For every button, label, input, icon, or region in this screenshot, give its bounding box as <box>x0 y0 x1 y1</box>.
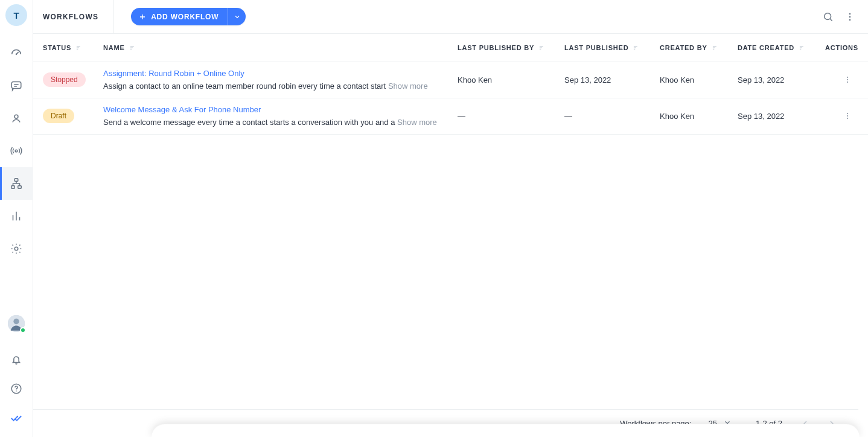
cell-last-published-by: Khoo Ken <box>458 75 564 85</box>
show-more-link[interactable]: Show more <box>388 81 428 91</box>
current-user-avatar[interactable] <box>8 315 25 332</box>
nav-inbox[interactable] <box>0 69 33 102</box>
svg-rect-6 <box>18 186 22 189</box>
th-status-label: STATUS <box>43 44 71 51</box>
svg-point-12 <box>825 13 831 19</box>
th-last-published[interactable]: LAST PUBLISHED <box>564 43 660 52</box>
th-name[interactable]: NAME <box>103 43 458 52</box>
svg-point-21 <box>847 118 848 119</box>
svg-rect-4 <box>14 179 18 182</box>
left-nav-rail: T <box>0 0 33 437</box>
nav-settings[interactable] <box>0 232 33 265</box>
user-icon <box>10 112 23 125</box>
svg-rect-1 <box>11 82 21 89</box>
svg-point-7 <box>14 247 18 250</box>
svg-point-11 <box>16 391 17 392</box>
plus-icon <box>138 13 147 21</box>
status-badge: Stopped <box>43 72 86 87</box>
cell-name: Assignment: Round Robin + Online Only As… <box>103 68 458 91</box>
cell-last-published-by: — <box>458 112 564 121</box>
svg-point-9 <box>13 319 19 324</box>
search-icon <box>822 11 834 23</box>
add-workflow-label: ADD WORKFLOW <box>151 13 219 21</box>
th-name-label: NAME <box>103 44 125 51</box>
workflow-description: Assign a contact to an online team membe… <box>103 81 445 92</box>
svg-point-15 <box>849 19 851 21</box>
workflow-description-text: Assign a contact to an online team membe… <box>103 81 386 91</box>
cell-date-created: Sep 13, 2022 <box>738 112 825 121</box>
svg-point-19 <box>847 113 848 114</box>
workspace-switcher[interactable]: T <box>5 4 27 26</box>
nav-broadcast[interactable] <box>0 135 33 167</box>
workspace-initial: T <box>13 10 19 21</box>
status-badge: Draft <box>43 109 74 123</box>
row-actions-button[interactable] <box>837 69 858 91</box>
th-status[interactable]: STATUS <box>43 43 103 52</box>
nav-contacts[interactable] <box>0 102 33 135</box>
workflows-table: STATUS NAME LAST PUBLISHED BY LAST PUBLI… <box>33 34 868 437</box>
table-row: Draft Welcome Message & Ask For Phone Nu… <box>33 98 868 135</box>
presence-indicator <box>20 327 26 333</box>
svg-rect-5 <box>11 186 15 189</box>
workflow-description: Send a welcome message every time a cont… <box>103 117 445 128</box>
chevron-down-icon <box>234 13 241 21</box>
svg-point-16 <box>847 77 848 78</box>
workflow-title-link[interactable]: Welcome Message & Ask For Phone Number <box>103 104 261 115</box>
pager <box>794 413 843 435</box>
add-workflow-menu-button[interactable] <box>228 8 246 25</box>
more-vertical-icon <box>843 75 852 85</box>
svg-point-13 <box>849 13 851 14</box>
workflow-icon <box>10 177 23 190</box>
show-more-link[interactable]: Show more <box>397 118 437 127</box>
cell-actions <box>825 69 858 91</box>
nav-help[interactable] <box>0 374 33 403</box>
cell-date-created: Sep 13, 2022 <box>738 75 825 85</box>
row-actions-button[interactable] <box>837 105 858 127</box>
workflow-description-text: Send a welcome message every time a cont… <box>103 118 395 127</box>
search-button[interactable] <box>817 6 839 28</box>
prev-page-button[interactable] <box>794 413 816 435</box>
chevron-left-icon <box>800 419 810 429</box>
sort-icon <box>711 43 720 52</box>
sort-icon <box>632 43 640 52</box>
nav-notifications[interactable] <box>0 345 33 374</box>
svg-point-0 <box>16 54 18 56</box>
gear-icon <box>10 242 23 255</box>
next-page-button[interactable] <box>821 413 843 435</box>
table-row: Stopped Assignment: Round Robin + Online… <box>33 62 868 98</box>
nav-dashboard[interactable] <box>0 37 33 69</box>
th-actions: ACTIONS <box>825 44 858 51</box>
cell-actions <box>825 105 858 127</box>
workflow-title-link[interactable]: Assignment: Round Robin + Online Only <box>103 68 244 79</box>
svg-point-2 <box>14 115 18 118</box>
th-actions-label: ACTIONS <box>825 44 858 51</box>
table-body: Stopped Assignment: Round Robin + Online… <box>33 62 868 409</box>
rail-items-bottom <box>0 315 33 437</box>
sort-icon <box>538 43 546 52</box>
th-date-created[interactable]: DATE CREATED <box>738 43 825 52</box>
per-page-label: Workflows per page: <box>620 419 691 428</box>
bar-chart-icon <box>10 209 23 223</box>
th-created-by[interactable]: CREATED BY <box>660 43 738 52</box>
topbar-more-button[interactable] <box>839 6 861 28</box>
more-vertical-icon <box>843 111 852 121</box>
cell-status: Draft <box>43 109 103 123</box>
nav-workflows[interactable] <box>0 167 33 200</box>
th-last-published-by-label: LAST PUBLISHED BY <box>458 44 534 51</box>
chevron-right-icon <box>827 419 837 429</box>
nav-status[interactable] <box>0 403 33 432</box>
th-last-published-label: LAST PUBLISHED <box>564 44 629 51</box>
chat-icon <box>10 79 23 92</box>
cell-name: Welcome Message & Ask For Phone Number S… <box>103 104 458 127</box>
th-last-published-by[interactable]: LAST PUBLISHED BY <box>458 43 564 52</box>
sort-icon <box>129 43 137 52</box>
broadcast-icon <box>10 144 23 158</box>
add-workflow-split-button: ADD WORKFLOW <box>131 8 246 25</box>
add-workflow-button[interactable]: ADD WORKFLOW <box>131 8 228 25</box>
nav-reports[interactable] <box>0 200 33 232</box>
page-size-select[interactable]: 25 <box>701 416 736 431</box>
svg-point-18 <box>847 81 848 83</box>
cell-created-by: Khoo Ken <box>660 112 738 121</box>
cell-created-by: Khoo Ken <box>660 75 738 85</box>
sort-icon <box>798 43 806 52</box>
